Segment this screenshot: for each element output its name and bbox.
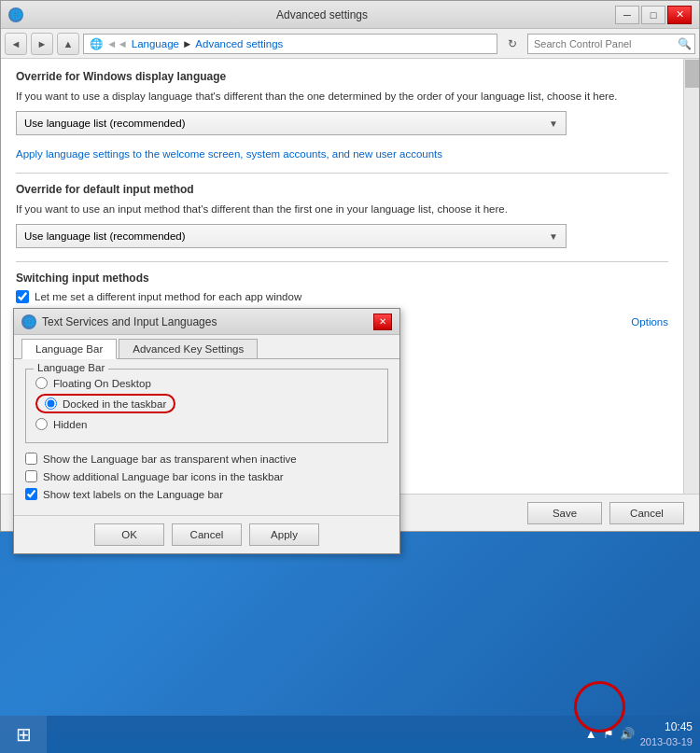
section2-dropdown-wrapper: Use language list (recommended) ▼ <box>16 224 668 248</box>
apply-link[interactable]: Apply language settings to the welcome s… <box>16 148 668 160</box>
minimize-button[interactable]: ─ <box>615 6 639 24</box>
radio3-label: Hidden <box>53 419 87 430</box>
close-button[interactable]: ✕ <box>667 6 692 24</box>
dialog-checkbox3-label: Show text labels on the Language bar <box>43 489 223 500</box>
section1-title: Override for Windows display language <box>16 70 668 83</box>
clock-date: 2013-03-19 <box>640 735 693 748</box>
dialog-checkbox2-row: Show additional Language bar icons in th… <box>25 470 388 482</box>
checkbox1-row: Let me set a different input method for … <box>16 290 668 303</box>
dialog-checkbox3-row: Show text labels on the Language bar <box>25 488 388 500</box>
title-bar: 🌐 Advanced settings ─ □ ✕ <box>1 1 699 29</box>
radio2-label: Docked in the taskbar <box>63 398 166 410</box>
section1-dropdown-value: Use language list (recommended) <box>24 118 186 129</box>
search-input[interactable] <box>527 34 695 54</box>
back-button[interactable]: ◄ <box>5 33 27 55</box>
dialog-cancel-button[interactable]: Cancel <box>172 523 242 546</box>
dialog-checkbox3-input[interactable] <box>25 488 37 500</box>
up-button[interactable]: ▲ <box>57 33 79 55</box>
section2-divider: Override for default input method If you… <box>16 173 668 248</box>
dialog-box: 🌐 Text Services and Input Languages ✕ La… <box>13 308 400 554</box>
taskbar-right: ▲ ⚑ 🔊 10:45 2013-03-19 <box>585 720 700 748</box>
start-button[interactable]: ⊞ <box>0 716 47 753</box>
dialog-checkbox1-row: Show the Language bar as transparent whe… <box>25 453 388 465</box>
section1-dropdown[interactable]: Use language list (recommended) ▼ <box>16 111 567 135</box>
dialog-content: Language Bar Floating On Desktop Docked … <box>14 359 399 515</box>
dialog-checkbox2-label: Show additional Language bar icons in th… <box>43 471 284 482</box>
dialog-ok-button[interactable]: OK <box>94 523 164 546</box>
taskbar-speaker-icon[interactable]: 🔊 <box>620 727 635 741</box>
group-label: Language Bar <box>34 362 108 373</box>
section2-title: Override for default input method <box>16 183 668 196</box>
section2-dropdown[interactable]: Use language list (recommended) ▼ <box>16 224 567 248</box>
section1-desc: If you want to use a display language th… <box>16 89 668 104</box>
dialog-checkbox1-input[interactable] <box>25 453 37 465</box>
section3-title: Switching input methods <box>16 272 668 285</box>
taskbar: ⊞ ▲ ⚑ 🔊 10:45 2013-03-19 <box>0 716 700 753</box>
save-button[interactable]: Save <box>527 502 602 524</box>
search-icon: 🔍 <box>678 37 692 50</box>
breadcrumb-language[interactable]: Language <box>132 38 179 49</box>
section1-dropdown-arrow: ▼ <box>549 119 558 129</box>
section2-desc: If you want to use an input method that'… <box>16 202 668 216</box>
tab-advanced-key[interactable]: Advanced Key Settings <box>119 339 258 358</box>
breadcrumb-sep1: ► <box>182 38 192 49</box>
dialog-checkbox1-label: Show the Language bar as transparent whe… <box>43 453 297 465</box>
clock-time: 10:45 <box>640 720 693 735</box>
scrollbar-track[interactable] <box>683 59 699 495</box>
radio2-row: Docked in the taskbar <box>35 394 378 413</box>
taskbar-clock[interactable]: 10:45 2013-03-19 <box>640 720 693 748</box>
dialog-title-bar: 🌐 Text Services and Input Languages ✕ <box>14 309 399 335</box>
window-icon: 🌐 <box>8 7 23 22</box>
dialog-icon: 🌐 <box>21 314 36 329</box>
breadcrumb-icon: 🌐 <box>90 37 103 50</box>
breadcrumb-advanced[interactable]: Advanced settings <box>195 38 283 49</box>
options-link[interactable]: Options <box>631 316 668 328</box>
maximize-button[interactable]: □ <box>641 6 665 24</box>
tab-language-bar[interactable]: Language Bar <box>21 339 117 359</box>
section2-dropdown-value: Use language list (recommended) <box>24 230 186 242</box>
forward-button[interactable]: ► <box>31 33 53 55</box>
section1-dropdown-wrapper: Use language list (recommended) ▼ <box>16 111 668 135</box>
refresh-button[interactable]: ↻ <box>501 34 524 54</box>
scrollbar-thumb[interactable] <box>685 60 699 88</box>
section2-dropdown-arrow: ▼ <box>549 231 558 242</box>
radio3-input[interactable] <box>35 418 48 430</box>
address-bar: ◄ ► ▲ 🌐 ◄◄ Language ► Advanced settings … <box>1 29 699 59</box>
taskbar-flag-icon: ⚑ <box>603 727 614 741</box>
dialog-buttons: OK Cancel Apply <box>14 515 399 553</box>
radio2-highlighted: Docked in the taskbar <box>35 394 175 413</box>
cancel-button[interactable]: Cancel <box>609 502 684 524</box>
checkbox1-input[interactable] <box>16 290 29 303</box>
dialog-checkbox2-input[interactable] <box>25 470 37 482</box>
radio1-label: Floating On Desktop <box>53 378 151 389</box>
radio2-input[interactable] <box>45 397 57 410</box>
breadcrumb: 🌐 ◄◄ Language ► Advanced settings <box>83 34 497 54</box>
radio3-row: Hidden <box>35 418 378 430</box>
checkbox1-label: Let me set a different input method for … <box>35 291 301 302</box>
titlebar-buttons: ─ □ ✕ <box>615 6 692 24</box>
window-title: Advanced settings <box>29 8 615 21</box>
dialog-tabs: Language Bar Advanced Key Settings <box>14 335 399 359</box>
taskbar-arrow-icon[interactable]: ▲ <box>585 727 597 741</box>
dialog-apply-button[interactable]: Apply <box>249 523 319 546</box>
dialog-title: Text Services and Input Languages <box>42 315 373 328</box>
radio1-row: Floating On Desktop <box>35 377 378 389</box>
dialog-close-button[interactable]: ✕ <box>373 314 392 330</box>
language-bar-group: Language Bar Floating On Desktop Docked … <box>25 369 388 443</box>
search-wrapper: 🔍 <box>527 34 695 54</box>
radio1-input[interactable] <box>35 377 48 389</box>
